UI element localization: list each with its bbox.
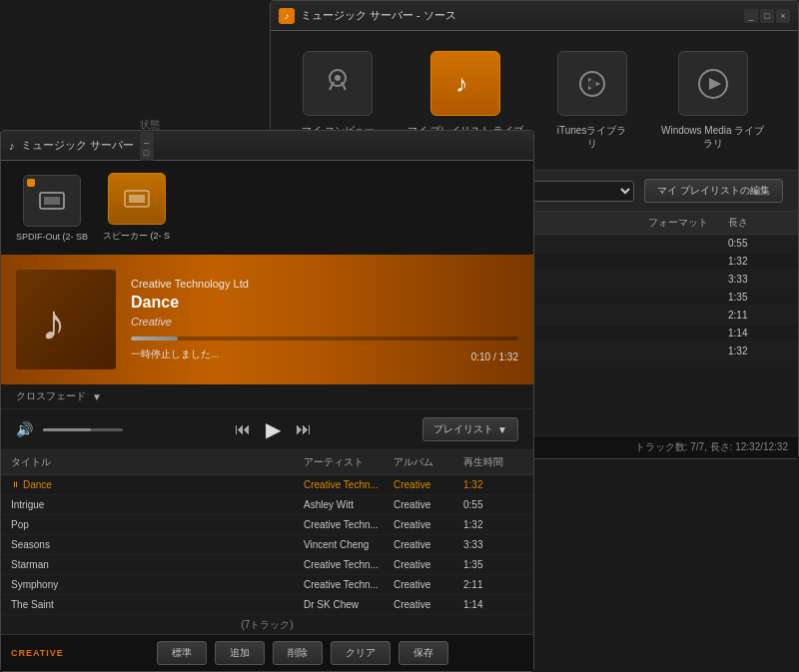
track-album-cell: Creative <box>394 559 463 570</box>
track-row[interactable]: StarmanCreative Techn...Creative1:35 <box>1 555 533 575</box>
play-button[interactable]: ▶ <box>266 417 281 441</box>
track-list-area: タイトル アーティスト アルバム 再生時間 ⏸DanceCreative Tec… <box>1 450 533 634</box>
toolbar-保存-button[interactable]: 保存 <box>399 641 448 665</box>
track-duration-cell: 0:55 <box>728 238 788 249</box>
track-row[interactable]: SymphonyCreative Techn...Creative2:11 <box>1 575 533 595</box>
volume-fill <box>43 428 91 431</box>
toolbar-クリア-button[interactable]: クリア <box>331 641 391 665</box>
crossfade-row: クロスフェード ▼ <box>1 384 533 408</box>
track-duration-cell: 1:32 <box>728 345 788 356</box>
source-itunes[interactable]: iTunesライブラリ <box>556 51 627 150</box>
track-artist-cell: Creative Techn... <box>304 479 394 490</box>
time-display: 0:10 / 1:32 <box>471 351 518 362</box>
track-album-cell: Creative <box>394 519 463 530</box>
maximize-button[interactable]: □ <box>760 9 774 23</box>
svg-text:♪: ♪ <box>41 295 66 349</box>
toolbar-削除-button[interactable]: 削除 <box>273 641 323 665</box>
minimize-button[interactable]: _ <box>744 9 758 23</box>
output-speaker[interactable]: スピーカー (2- S <box>103 173 170 243</box>
itunes-icon <box>557 51 627 116</box>
track-album-cell: Creative <box>394 579 463 590</box>
track-duration-cell: 3:33 <box>728 274 788 285</box>
svg-marker-9 <box>709 78 721 90</box>
crossfade-label: クロスフェード <box>16 389 86 403</box>
tracks-count: (7トラック) <box>1 615 533 634</box>
spdif-indicator <box>27 179 35 187</box>
track-artist-cell: Creative Techn... <box>304 559 394 570</box>
track-duration-cell: 1:35 <box>728 292 788 303</box>
playback-controls: 🔊 ⏮ ▶ ⏭ プレイリスト ▼ <box>1 408 533 450</box>
track-duration-cell: 1:32 <box>463 479 523 490</box>
track-title-cell: Dance <box>23 479 52 490</box>
toolbar-buttons: 標準追加削除クリア保存 <box>82 641 523 665</box>
back-window-titlebar: ♪ ミュージック サーバー - ソース _ □ × <box>271 1 798 31</box>
transport-controls: ⏮ ▶ ⏭ <box>133 417 412 441</box>
front-window: ♪ ミュージック サーバー 状態 _ □ × SPDIF-Out (2- SB <box>0 130 534 672</box>
track-artist-cell: Ashley Witt <box>304 499 394 510</box>
track-row[interactable]: PopCreative Techn...Creative1:32 <box>1 515 533 535</box>
svg-point-1 <box>335 75 341 81</box>
track-album-cell: Creative <box>394 479 463 490</box>
toolbar-標準-button[interactable]: 標準 <box>157 641 207 665</box>
svg-point-7 <box>588 80 596 88</box>
col-title: タイトル <box>11 455 304 469</box>
header-format: フォーマット <box>648 216 728 230</box>
front-window-title: ミュージック サーバー <box>21 138 134 153</box>
output-selector: SPDIF-Out (2- SB スピーカー (2- S <box>1 161 533 255</box>
back-window-title: ミュージック サーバー - ソース <box>301 8 738 23</box>
track-title: Dance <box>131 294 518 312</box>
source-itunes-label: iTunesライブラリ <box>556 124 627 150</box>
track-format-cell <box>648 238 728 249</box>
now-playing: ♪ Creative Technology Ltd Dance Creative… <box>1 255 533 384</box>
track-format-cell <box>648 292 728 303</box>
track-row[interactable]: IntrigueAshley WittCreative0:55 <box>1 495 533 515</box>
track-duration-cell: 1:14 <box>463 599 523 610</box>
track-format-cell <box>648 256 728 267</box>
edit-playlist-button[interactable]: マイ プレイリストの編集 <box>644 179 783 203</box>
spdif-icon <box>23 175 81 227</box>
progress-bar[interactable] <box>131 336 518 340</box>
status-text: トラック数: 7/7, 長さ: 12:32/12:32 <box>635 441 788 452</box>
app-icon: ♪ <box>279 8 295 24</box>
window-controls: _ □ × <box>744 9 790 23</box>
track-format-cell <box>648 345 728 356</box>
track-artist-cell: Creative Techn... <box>304 519 394 530</box>
front-app-icon: ♪ <box>9 140 15 152</box>
output-spdif[interactable]: SPDIF-Out (2- SB <box>16 175 88 242</box>
svg-text:♪: ♪ <box>455 70 467 97</box>
track-album-cell: Creative <box>394 539 463 550</box>
close-button[interactable]: × <box>776 9 790 23</box>
front-maximize-button[interactable]: □ <box>140 146 154 160</box>
source-windows-media[interactable]: Windows Media ライブラリ <box>657 51 768 150</box>
track-artist-cell: Creative Techn... <box>304 579 394 590</box>
playlist-button[interactable]: プレイリスト ▼ <box>422 417 518 441</box>
spdif-label: SPDIF-Out (2- SB <box>16 232 88 242</box>
my-computer-icon <box>303 51 373 116</box>
windows-media-icon <box>678 51 748 116</box>
track-title-cell: Starman <box>11 559 49 570</box>
track-row[interactable]: The SaintDr SK ChewCreative1:14 <box>1 595 533 615</box>
track-title-cell: Symphony <box>11 579 58 590</box>
next-button[interactable]: ⏭ <box>296 420 312 438</box>
track-duration-cell: 1:32 <box>463 519 523 530</box>
track-format-cell <box>648 328 728 338</box>
front-window-titlebar: ♪ ミュージック サーバー 状態 _ □ × <box>1 131 533 161</box>
track-artist-cell: Dr SK Chew <box>304 599 394 610</box>
speaker-icon <box>108 173 166 225</box>
progress-fill <box>131 336 178 340</box>
track-title-cell: The Saint <box>11 599 54 610</box>
svg-rect-13 <box>129 195 145 203</box>
track-list-header: タイトル アーティスト アルバム 再生時間 <box>1 450 533 475</box>
track-artist-cell: Vincent Cheng <box>304 539 394 550</box>
track-duration-cell: 2:11 <box>463 579 523 590</box>
volume-slider[interactable] <box>43 428 123 431</box>
front-tracks-container: ⏸DanceCreative Techn...Creative1:32Intri… <box>1 475 533 615</box>
toolbar-追加-button[interactable]: 追加 <box>215 641 265 665</box>
prev-button[interactable]: ⏮ <box>235 420 251 438</box>
track-row[interactable]: SeasonsVincent ChengCreative3:33 <box>1 535 533 555</box>
source-windows-media-label: Windows Media ライブラリ <box>657 124 768 150</box>
track-format-cell <box>648 310 728 321</box>
track-row[interactable]: ⏸DanceCreative Techn...Creative1:32 <box>1 475 533 495</box>
track-duration-cell: 1:35 <box>463 559 523 570</box>
front-minimize-button[interactable]: _ <box>140 132 154 146</box>
